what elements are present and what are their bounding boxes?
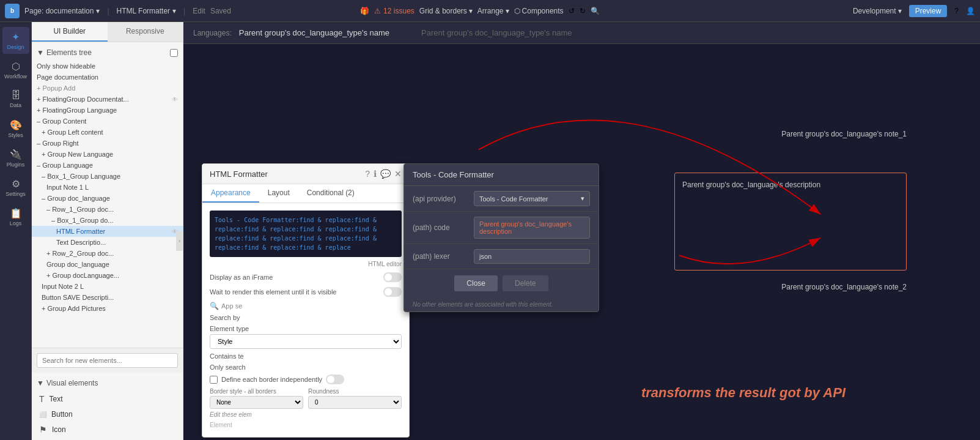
wait-to-render-toggle[interactable] [383, 287, 402, 297]
tree-item-3[interactable]: + Group Left content [32, 127, 183, 138]
html-formatter-panel-header: HTML Formatter ? ℹ 💬 ✕ [202, 164, 409, 184]
tree-item-16[interactable]: + Group docLanguage... [32, 270, 183, 281]
active-language-value: Parent group's doc_language_type's name [239, 28, 389, 37]
tab-responsive[interactable]: Responsive [108, 22, 183, 42]
right-panel-note2: Parent group's doc_language's note_2 [781, 283, 907, 291]
search-elements-input[interactable] [37, 353, 178, 368]
tree-item-14[interactable]: + Row_2_Group doc... [32, 248, 183, 259]
sidebar-collapse-handle[interactable]: ‹ [176, 231, 183, 251]
ve-text-item[interactable]: T Text [32, 391, 183, 407]
wait-to-render-label: Wait to render this element until it is … [210, 288, 336, 296]
tree-item-5[interactable]: + Group New Language [32, 149, 183, 160]
elements-tree: ▼ Elements tree Only show hideable Page … [32, 42, 183, 348]
only-show-hideable-label: Only show hideable [32, 61, 183, 72]
close-panel-icon[interactable]: ✕ [394, 169, 402, 179]
design-nav-item[interactable]: ✦ Design [2, 27, 29, 54]
issues-button[interactable]: ⚠ 12 issues [374, 7, 414, 15]
border-checkbox-row: Define each border independently [210, 375, 402, 384]
tab-ui-builder[interactable]: UI Builder [32, 22, 108, 42]
tools-panel-header: Tools - Code Formatter [404, 164, 599, 186]
border-style-select[interactable]: None [210, 396, 303, 409]
settings-nav-item[interactable]: ⚙ Settings [2, 174, 29, 201]
ve-button-item[interactable]: ⬜ Button [32, 407, 183, 422]
path-code-input[interactable]: Parent group's doc_language's descriptio… [474, 217, 590, 239]
element-type-select[interactable]: Style [210, 334, 402, 349]
redo-icon[interactable]: ↻ [580, 7, 586, 15]
border-checkbox[interactable] [210, 376, 218, 384]
tree-item-19[interactable]: + Group Add Pictures [32, 303, 183, 314]
border-toggle[interactable] [326, 375, 344, 384]
tree-item-11[interactable]: – Box_1_Group do... [32, 215, 183, 226]
tree-item-0[interactable]: + FloatingGroup Documentat... 👁 [32, 94, 183, 105]
saved-label: Saved [210, 7, 231, 15]
tree-item-6[interactable]: – Group Language [32, 160, 183, 171]
design-icon: ✦ [12, 31, 20, 43]
settings-icon: ⚙ [12, 178, 20, 190]
tab-layout[interactable]: Layout [259, 184, 298, 203]
tree-item-1[interactable]: + FloatingGroup Language [32, 105, 183, 116]
api-provider-dropdown[interactable]: Tools - Code Formatter ▾ [474, 191, 590, 206]
search-icon[interactable]: 🔍 [591, 7, 600, 15]
tree-collapse-icon: ▼ [37, 48, 44, 57]
grid-borders-dropdown-icon: ▾ [469, 7, 473, 15]
preview-button[interactable]: Preview [909, 5, 948, 17]
tree-item-2[interactable]: – Group Content [32, 116, 183, 127]
tools-panel-title: Tools - Code Formatter [413, 170, 494, 179]
styles-nav-item[interactable]: 🎨 Styles [2, 115, 29, 142]
roundness-label: Roundness [308, 388, 402, 395]
ve-button-label: Button [51, 410, 73, 419]
undo-icon[interactable]: ↺ [569, 7, 575, 15]
app-logo[interactable]: b [5, 4, 20, 18]
tree-item-17[interactable]: Input Note 2 L [32, 281, 183, 292]
help-panel-icon[interactable]: ? [365, 169, 370, 179]
logs-nav-item[interactable]: 📋 Logs [2, 203, 29, 230]
arrange-button[interactable]: Arrange ▾ [477, 7, 509, 15]
comment-panel-icon[interactable]: 💬 [380, 169, 391, 179]
path-code-label: (path) code [413, 223, 474, 232]
formatter-selector[interactable]: HTML Formatter ▾ [117, 7, 177, 15]
grid-borders-button[interactable]: Grid & borders ▾ [419, 7, 473, 15]
tree-item-18[interactable]: Button SAVE Descripti... [32, 292, 183, 303]
tree-item-13[interactable]: Text Descriptio... [32, 237, 183, 248]
elements-tree-header: ▼ Elements tree [32, 45, 183, 61]
roundness-select[interactable]: 0 [308, 396, 402, 409]
placeholder-language-value: Parent group's doc_language_type's name [421, 28, 572, 37]
tools-close-button[interactable]: Close [454, 275, 498, 291]
settings-label: Settings [6, 191, 26, 197]
only-search-row: Only search [210, 364, 402, 371]
topbar: b Page: documentation ▾ | HTML Formatter… [0, 0, 980, 22]
tree-item-html-formatter[interactable]: HTML Formatter 👁 [32, 226, 183, 237]
ve-icon-item[interactable]: ⚑ Icon [32, 422, 183, 438]
account-icon[interactable]: 👤 [966, 7, 975, 15]
data-label: Data [10, 102, 21, 108]
panel-body: Tools - Code Formatter:find & replace:fi… [202, 203, 409, 437]
info-panel-icon[interactable]: ℹ [374, 169, 377, 179]
display-as-iframe-toggle[interactable] [383, 272, 402, 282]
tree-item-9[interactable]: – Group doc_language [32, 193, 183, 204]
tab-conditional[interactable]: Conditional (2) [298, 184, 363, 203]
path-lexer-input[interactable]: json [474, 249, 590, 264]
annotation-text: transforms the result got by API [641, 385, 846, 401]
tree-item-8[interactable]: Input Note 1 L [32, 182, 183, 193]
tab-appearance[interactable]: Appearance [202, 184, 259, 203]
tree-item-10[interactable]: – Row_1_Group doc... [32, 204, 183, 215]
help-icon[interactable]: ? [954, 7, 959, 15]
design-label: Design [7, 44, 24, 50]
only-show-hideable-checkbox[interactable] [170, 49, 178, 57]
workflow-nav-item[interactable]: ⬡ Workflow [2, 56, 29, 83]
tree-item-7[interactable]: – Box_1_Group Language [32, 171, 183, 182]
tree-item-4[interactable]: – Group Right [32, 138, 183, 149]
api-provider-value: Tools - Code Formatter [479, 195, 548, 203]
tree-item-15[interactable]: Group doc_language [32, 259, 183, 270]
components-button[interactable]: ⬡ Components [514, 7, 564, 15]
page-documentation-item[interactable]: Page documentation [32, 72, 183, 83]
plugins-nav-item[interactable]: 🔌 Plugins [2, 144, 29, 171]
border-style-row: Border style - all borders None Roundnes… [210, 388, 402, 409]
development-button[interactable]: Development ▾ [853, 7, 902, 15]
data-nav-item[interactable]: 🗄 Data [2, 86, 29, 113]
icon-icon: ⚑ [39, 425, 47, 434]
element-label: Element [210, 420, 402, 430]
popup-add-item[interactable]: + Popup Add [32, 83, 183, 94]
tools-delete-button[interactable]: Delete [503, 275, 548, 291]
page-selector[interactable]: Page: documentation ▾ [24, 7, 100, 15]
